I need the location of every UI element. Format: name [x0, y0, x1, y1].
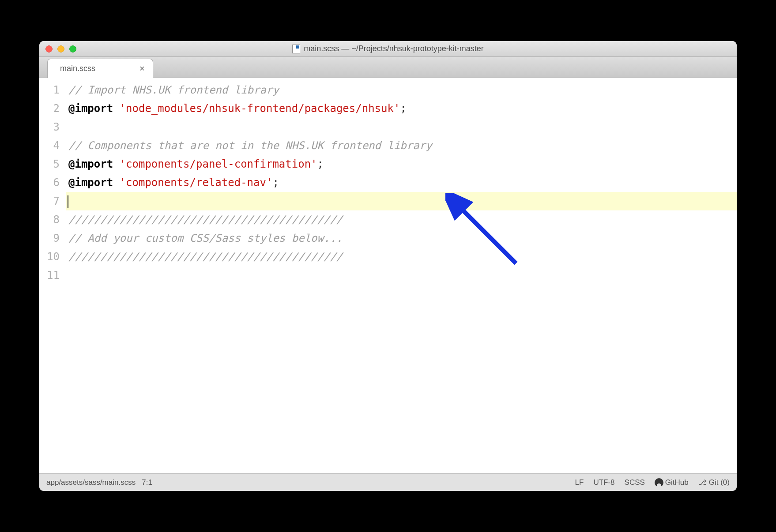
- line-number-gutter: 1234567891011: [39, 78, 66, 473]
- tab-main-scss[interactable]: main.scss ×: [47, 59, 153, 78]
- code-line[interactable]: ////////////////////////////////////////…: [66, 247, 737, 266]
- status-cursor-position[interactable]: 7:1: [142, 478, 152, 487]
- code-token: // Import NHS.UK frontend library: [68, 84, 279, 96]
- window-title: main.scss — ~/Projects/nhsuk-prototype-k…: [39, 44, 737, 53]
- code-line[interactable]: @import 'components/panel-confirmation';: [66, 155, 737, 173]
- code-token: ;: [272, 176, 279, 189]
- code-token: @import: [68, 102, 113, 115]
- tab-close-icon[interactable]: ×: [139, 64, 145, 74]
- code-token: @import: [68, 158, 113, 170]
- line-number: 7: [39, 192, 60, 210]
- status-bar: app/assets/sass/main.scss 7:1 LF UTF-8 S…: [39, 473, 737, 491]
- code-token: 'components/panel-confirmation': [120, 158, 317, 170]
- line-number: 1: [39, 81, 60, 99]
- window-title-text: main.scss — ~/Projects/nhsuk-prototype-k…: [304, 44, 484, 53]
- code-token: @import: [68, 176, 113, 189]
- maximize-button[interactable]: [69, 45, 76, 52]
- code-token: 'components/related-nav': [120, 176, 273, 189]
- code-line[interactable]: @import 'components/related-nav';: [66, 173, 737, 192]
- line-number: 5: [39, 155, 60, 173]
- line-number: 6: [39, 173, 60, 192]
- code-token: [113, 102, 119, 115]
- code-token: ////////////////////////////////////////…: [68, 251, 343, 263]
- text-cursor: [68, 195, 68, 208]
- line-number: 11: [39, 266, 60, 285]
- code-token: ////////////////////////////////////////…: [68, 214, 343, 226]
- code-line[interactable]: ////////////////////////////////////////…: [66, 210, 737, 229]
- code-token: ;: [400, 102, 406, 115]
- code-token: [113, 176, 119, 189]
- tab-bar: main.scss ×: [39, 57, 737, 78]
- code-content[interactable]: // Import NHS.UK frontend library@import…: [66, 78, 737, 473]
- code-token: 'node_modules/nhsuk-frontend/packages/nh…: [120, 102, 400, 115]
- code-token: [113, 158, 119, 170]
- status-file-path[interactable]: app/assets/sass/main.scss: [46, 478, 136, 487]
- github-icon: [655, 478, 663, 487]
- code-token: // Components that are not in the NHS.UK…: [68, 139, 432, 152]
- line-number: 2: [39, 99, 60, 118]
- code-line[interactable]: @import 'node_modules/nhsuk-frontend/pac…: [66, 99, 737, 118]
- code-line[interactable]: [66, 118, 737, 136]
- code-line[interactable]: // Import NHS.UK frontend library: [66, 81, 737, 99]
- line-number: 3: [39, 118, 60, 136]
- close-button[interactable]: [45, 45, 53, 52]
- titlebar: main.scss — ~/Projects/nhsuk-prototype-k…: [39, 41, 737, 57]
- tab-label: main.scss: [60, 64, 95, 73]
- status-line-ending[interactable]: LF: [575, 478, 584, 487]
- status-git[interactable]: Git (0): [698, 478, 730, 487]
- file-icon: [292, 45, 300, 53]
- status-grammar[interactable]: SCSS: [625, 478, 645, 487]
- minimize-button[interactable]: [57, 45, 64, 52]
- code-line[interactable]: // Components that are not in the NHS.UK…: [66, 136, 737, 155]
- code-token: ;: [317, 158, 324, 170]
- editor-window: main.scss — ~/Projects/nhsuk-prototype-k…: [39, 41, 737, 491]
- traffic-lights: [39, 45, 76, 52]
- line-number: 8: [39, 210, 60, 229]
- line-number: 10: [39, 247, 60, 266]
- status-github[interactable]: GitHub: [655, 478, 689, 487]
- code-token: // Add your custom CSS/Sass styles below…: [68, 232, 343, 244]
- code-line[interactable]: [66, 192, 737, 210]
- code-line[interactable]: [66, 266, 737, 285]
- status-encoding[interactable]: UTF-8: [593, 478, 614, 487]
- editor-area[interactable]: 1234567891011 // Import NHS.UK frontend …: [39, 78, 737, 473]
- line-number: 4: [39, 136, 60, 155]
- line-number: 9: [39, 229, 60, 247]
- code-line[interactable]: // Add your custom CSS/Sass styles below…: [66, 229, 737, 247]
